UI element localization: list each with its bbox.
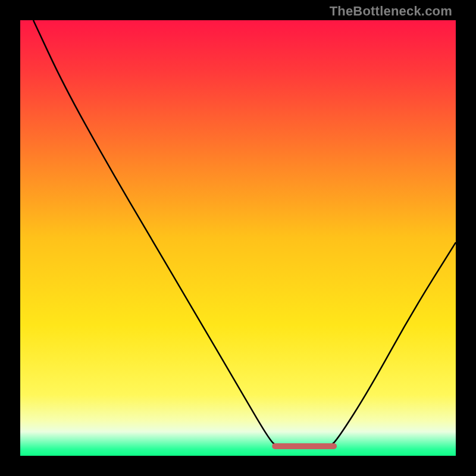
watermark-text: TheBottleneck.com — [330, 4, 452, 19]
curve-layer — [20, 20, 456, 456]
plot-area — [20, 20, 456, 456]
chart-frame: TheBottleneck.com — [0, 0, 476, 476]
bottleneck-curve — [33, 20, 456, 447]
